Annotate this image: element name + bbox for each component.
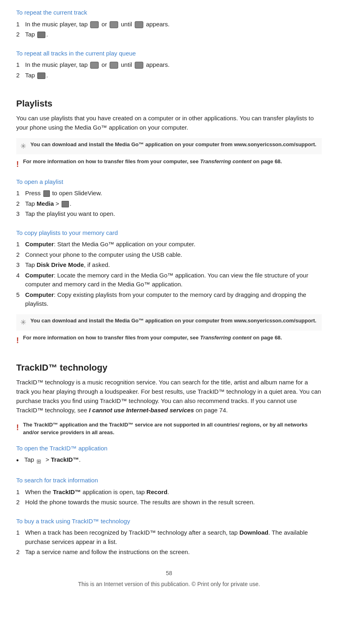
section-open-trackid: To open the TrackID™ application • Tap >… xyxy=(16,444,322,467)
tip-icon-2: ✳ xyxy=(20,317,26,328)
step-item: 2 Tap . xyxy=(16,30,322,39)
repeat-all-heading: To repeat all tracks in the current play… xyxy=(16,49,322,58)
warn-icon-1: ! xyxy=(16,158,19,170)
tap-icon-small-2 xyxy=(37,73,45,79)
apps-grid-icon xyxy=(36,457,43,463)
step-item: 2 Hold the phone towards the music sourc… xyxy=(16,498,322,507)
section-repeat-current: To repeat the current track 1 In the mus… xyxy=(16,8,322,39)
warn-text-trackid: The TrackID™ application and the TrackID… xyxy=(23,421,322,437)
warn-box-transfer-1: ! For more information on how to transfe… xyxy=(16,158,322,170)
open-trackid-heading: To open the TrackID™ application xyxy=(16,444,322,453)
section-trackid: TrackID™ technology TrackID™ technology … xyxy=(16,361,322,415)
step-item: 5 Computer: Copy existing playlists from… xyxy=(16,290,322,309)
bullet-step-item: • Tap > TrackID™. xyxy=(16,455,322,466)
playlist-icon xyxy=(62,201,69,207)
page-footer: 58 This is an Internet version of this p… xyxy=(16,569,322,589)
step-item: 3 Tap the playlist you want to open. xyxy=(16,209,322,219)
step-item: 1 When the TrackID™ application is open,… xyxy=(16,488,322,497)
warn-text-1: For more information on how to transfer … xyxy=(23,158,282,166)
svg-rect-5 xyxy=(135,62,143,68)
section-copy-playlists: To copy playlists to your memory card 1 … xyxy=(16,228,322,309)
repeat-all-icon-3 xyxy=(135,62,143,69)
tap-icon-small xyxy=(37,32,45,38)
svg-rect-1 xyxy=(110,21,118,28)
step-item: 1 In the music player, tap or until appe… xyxy=(16,60,322,70)
footer-text: This is an Internet version of this publ… xyxy=(78,581,260,587)
warn-icon-2: ! xyxy=(16,334,19,346)
svg-rect-0 xyxy=(90,21,98,28)
playlists-body: You can use playlists that you have crea… xyxy=(16,113,322,132)
step-item: 1 When a track has been recognized by Tr… xyxy=(16,528,322,546)
step-item: 1 Press to open SlideView. xyxy=(16,189,322,198)
section-repeat-all: To repeat all tracks in the current play… xyxy=(16,49,322,80)
open-playlist-heading: To open a playlist xyxy=(16,177,322,187)
warn-text-2: For more information on how to transfer … xyxy=(23,334,282,342)
repeat-current-heading: To repeat the current track xyxy=(16,8,322,17)
repeat-all-icon-2 xyxy=(109,62,118,69)
page-content: To repeat the current track 1 In the mus… xyxy=(16,8,322,557)
step-item: 2 Tap Media > . xyxy=(16,199,322,209)
home-icon xyxy=(43,190,50,197)
repeat-icon-2 xyxy=(109,21,118,28)
section-buy-track: To buy a track using TrackID™ technology… xyxy=(16,517,322,557)
step-item: 3 Tap Disk Drive Mode, if asked. xyxy=(16,260,322,270)
tip-text-1: You can download and install the Media G… xyxy=(30,141,317,149)
step-item: 1 Computer: Start the Media Go™ applicat… xyxy=(16,240,322,249)
warn-box-trackid: ! The TrackID™ application and the Track… xyxy=(16,421,322,437)
tip-icon-1: ✳ xyxy=(20,141,26,152)
section-open-playlist: To open a playlist 1 Press to open Slide… xyxy=(16,177,322,219)
page-number: 58 xyxy=(16,569,322,578)
repeat-icon-3 xyxy=(135,21,143,28)
svg-rect-2 xyxy=(135,21,143,28)
repeat-icon-1 xyxy=(90,21,99,28)
step-item: 2 Connect your phone to the computer usi… xyxy=(16,250,322,260)
section-search-track: To search for track information 1 When t… xyxy=(16,476,322,507)
trackid-heading: TrackID™ technology xyxy=(16,361,322,374)
step-item: 4 Computer: Locate the memory card in th… xyxy=(16,271,322,289)
tip-box-mediago-2: ✳ You can download and install the Media… xyxy=(16,314,322,331)
tip-box-mediago-1: ✳ You can download and install the Media… xyxy=(16,138,322,154)
warn-box-transfer-2: ! For more information on how to transfe… xyxy=(16,334,322,346)
svg-rect-3 xyxy=(90,62,98,68)
step-item: 2 Tap a service name and follow the inst… xyxy=(16,548,322,557)
trackid-body: TrackID™ technology is a music recogniti… xyxy=(16,377,322,415)
search-track-heading: To search for track information xyxy=(16,476,322,485)
svg-rect-4 xyxy=(110,62,118,68)
tip-text-2: You can download and install the Media G… xyxy=(30,317,317,325)
section-playlists: Playlists You can use playlists that you… xyxy=(16,97,322,132)
step-item: 2 Tap . xyxy=(16,71,322,80)
buy-track-heading: To buy a track using TrackID™ technology xyxy=(16,517,322,526)
copy-playlists-heading: To copy playlists to your memory card xyxy=(16,228,322,238)
playlists-heading: Playlists xyxy=(16,97,322,110)
step-item: 1 In the music player, tap or until appe… xyxy=(16,20,322,29)
repeat-all-icon-1 xyxy=(90,62,99,69)
warn-icon-trackid: ! xyxy=(16,421,19,433)
